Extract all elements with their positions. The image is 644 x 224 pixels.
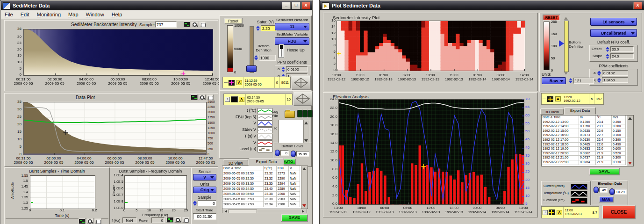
legend-swatch[interactable]: [258, 127, 272, 132]
table-cell[interactable]: 2273: [277, 171, 289, 176]
menu-item-map[interactable]: Map: [64, 11, 82, 18]
table-cell[interactable]: 0.1350: [579, 124, 596, 129]
table-cell[interactable]: 2009-05-05 00:36:50: [222, 197, 264, 202]
ppm-q-field[interactable]: 1.8460: [602, 77, 628, 83]
bottom-definition-slider[interactable]: [564, 21, 569, 72]
bottom-definition-stepper[interactable]: [254, 55, 258, 60]
tab-3d-view[interactable]: 3D View: [223, 159, 248, 166]
table-cell[interactable]: 2263: [277, 197, 289, 202]
power-field[interactable]: 0: [151, 217, 165, 223]
ppm-q-stepper[interactable]: [597, 78, 601, 83]
table-cell[interactable]: 0.100: [612, 133, 626, 138]
slope-stepper[interactable]: [606, 54, 610, 59]
table-cell[interactable]: NaN: [289, 197, 300, 202]
zoom-icon[interactable]: [199, 94, 206, 100]
table-cell[interactable]: 22.0: [596, 143, 612, 147]
bottom-level-field2[interactable]: 35.09: [296, 151, 309, 157]
tab-3d-view[interactable]: 3D View: [540, 108, 564, 115]
cursor-legend-row[interactable]: + A 03:24:502009-05-05 15: [223, 94, 293, 105]
menu-item-monitoring[interactable]: Monitoring: [33, 11, 64, 18]
close-button[interactable]: X: [633, 2, 642, 9]
data-plot-graph[interactable]: [23, 102, 207, 155]
legend-swatch[interactable]: [571, 183, 587, 189]
bottom-level-field[interactable]: 0: [280, 150, 289, 156]
plot-legend-icon[interactable]: [191, 94, 198, 100]
burst-freq-graph[interactable]: [124, 175, 187, 209]
table-hscrollbar[interactable]: [222, 209, 307, 213]
value-field[interactable]: 121: [573, 78, 594, 84]
table-cell[interactable]: 2009-05-05 00:37:50: [222, 202, 264, 207]
saturation-field[interactable]: 2.30: [261, 25, 277, 31]
table-cell[interactable]: 0.360: [612, 124, 626, 129]
table-cell[interactable]: NaN: [289, 181, 300, 187]
sample-stepper[interactable]: [193, 201, 197, 206]
legend-swatch[interactable]: [571, 190, 587, 196]
table-cell[interactable]: 2289: [277, 187, 289, 192]
expand-icon[interactable]: +: [543, 210, 548, 215]
elevation-stepper[interactable]: [594, 187, 599, 193]
menu-item-file[interactable]: File: [1, 11, 17, 18]
table-vscrollbar[interactable]: [301, 166, 308, 209]
elevation-field2[interactable]: 10.29: [615, 189, 627, 195]
samples-field[interactable]: 737: [155, 22, 177, 28]
pan-icon[interactable]: [199, 22, 206, 27]
scroll-thumb[interactable]: [228, 210, 257, 213]
value-stepper[interactable]: [569, 78, 573, 83]
tab-export-data[interactable]: Export Data: [564, 107, 596, 115]
bottom-definition-field[interactable]: 1000: [259, 55, 276, 61]
table-cell[interactable]: 0.390: [612, 138, 626, 143]
ppm-a-field[interactable]: 0.0102: [602, 70, 628, 76]
pan-icon[interactable]: [94, 218, 101, 224]
zoom-icon[interactable]: [174, 217, 181, 223]
table-cell[interactable]: 22.9: [596, 129, 612, 134]
pan-icon[interactable]: [182, 217, 189, 223]
table-cell[interactable]: 23.1: [596, 124, 612, 129]
table-cell[interactable]: 1992-02-12 16:00: [542, 133, 579, 138]
plot-legend-icon[interactable]: [166, 217, 173, 223]
cursor-nav-pad[interactable]: [293, 91, 313, 106]
netaddr-dropdown[interactable]: 11: [275, 23, 309, 30]
table-cell[interactable]: 0.0737: [579, 156, 596, 160]
slope-field[interactable]: 24.0: [610, 53, 634, 59]
table-cell[interactable]: 22.0: [596, 147, 612, 152]
legend-swatch[interactable]: [571, 197, 587, 203]
table-cell[interactable]: 1992-02-12 21:00: [542, 156, 579, 160]
menu-item-edit[interactable]: Edit: [17, 11, 33, 18]
menu-item-window[interactable]: Window: [82, 11, 108, 18]
elevation-graph[interactable]: [338, 99, 524, 205]
menu-item-help[interactable]: Help: [108, 11, 126, 18]
zoom-icon[interactable]: [86, 218, 93, 224]
table-cell[interactable]: 21.9: [596, 160, 612, 165]
save-button[interactable]: SAVE: [281, 214, 308, 222]
table-cell[interactable]: 0.300: [612, 156, 626, 160]
title-bar[interactable]: Plot Sedimeter Data X: [320, 1, 644, 10]
cursor-legend-row[interactable]: + A 11:001992-02-13 8.7: [541, 206, 599, 218]
table-cell[interactable]: 2268: [277, 192, 289, 197]
log-file-listbox[interactable]: [279, 120, 309, 144]
close-button[interactable]: X: [301, 2, 310, 9]
title-bar[interactable]: SediMeter Data _ □ X: [1, 1, 312, 10]
table-cell[interactable]: 2009-05-05 00:34:50: [222, 187, 264, 192]
table-cell[interactable]: NaN: [289, 192, 300, 197]
table-cell[interactable]: 2009-05-05 00:31:50: [222, 171, 264, 176]
table-cell[interactable]: 1992-02-12 18:00: [542, 143, 579, 147]
table-cell[interactable]: 23.38: [264, 192, 277, 197]
table-cell[interactable]: 2009-05-05 00:33:50: [222, 181, 264, 187]
table-cell[interactable]: 0.0130: [579, 138, 596, 143]
table-cell[interactable]: 0.0302: [579, 152, 596, 156]
sample-field[interactable]: 0: [198, 200, 216, 206]
man-button[interactable]: MAN: [599, 196, 614, 202]
table-cell[interactable]: 2290: [277, 176, 289, 181]
sensors-dropdown[interactable]: 16 sensors: [590, 18, 637, 26]
slider-up-arrow[interactable]: [564, 17, 568, 20]
burst-time-graph[interactable]: [30, 175, 95, 209]
table-cell[interactable]: 23.32: [264, 176, 277, 181]
table-cell[interactable]: 1992-02-12 20:00: [542, 152, 579, 156]
elevation-field[interactable]: 45: [599, 187, 608, 193]
minimize-button[interactable]: _: [282, 2, 291, 9]
plot-legend-icon[interactable]: [79, 218, 86, 224]
table-cell[interactable]: 21.9: [596, 152, 612, 156]
plot-legend-icon[interactable]: [183, 22, 190, 27]
table-cell[interactable]: 1992-02-12 14:00: [542, 124, 579, 129]
table-cell[interactable]: 23.38: [264, 197, 277, 202]
